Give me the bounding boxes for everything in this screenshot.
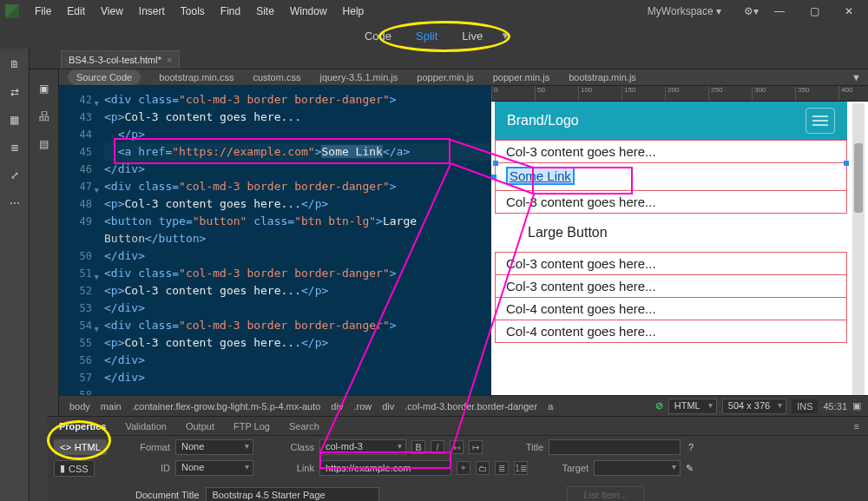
- panel-menu-icon[interactable]: ≡: [845, 419, 868, 434]
- vertical-scrollbar[interactable]: [852, 103, 865, 418]
- error-ok-icon[interactable]: ⊘: [655, 400, 663, 412]
- related-file[interactable]: popper.min.js: [488, 70, 555, 84]
- document-tab[interactable]: BS4.5-3-col-test.html* ×: [61, 50, 180, 69]
- overflow-icon[interactable]: ▣: [852, 400, 861, 412]
- split-icon[interactable]: ⇄: [8, 85, 22, 99]
- code-body[interactable]: <div class="col-md-3 border border-dange…: [101, 86, 491, 421]
- selection-handle[interactable]: [491, 175, 496, 180]
- preview-cell[interactable]: Col-3 content goes here...: [495, 252, 847, 275]
- tab-search[interactable]: Search: [280, 419, 328, 434]
- source-code-pill[interactable]: Source Code: [68, 69, 141, 85]
- filter-icon[interactable]: ▼: [852, 72, 861, 82]
- main-area: Source Code bootstrap.min.css custom.css…: [59, 69, 868, 395]
- viewport-size-dropdown[interactable]: 504 x 376: [722, 399, 786, 414]
- preview-cell[interactable]: Col-3 content goes here...: [495, 190, 847, 214]
- quick-edit-icon[interactable]: ✎: [686, 463, 694, 474]
- scrollbar-thumb[interactable]: [854, 143, 863, 213]
- design-icon[interactable]: ▦: [8, 113, 22, 127]
- view-split-button[interactable]: Split: [404, 25, 450, 47]
- hamburger-icon[interactable]: [806, 108, 835, 134]
- preview-cell-link[interactable]: Some Link: [495, 162, 847, 191]
- tag-path-seg[interactable]: div: [378, 399, 398, 413]
- code-editor-pane[interactable]: 42▼4344454647▼48495051▼525354▼5556575859…: [59, 86, 491, 421]
- expand-icon[interactable]: ⤢: [8, 168, 22, 182]
- view-code-button[interactable]: Code: [352, 25, 404, 47]
- sync-settings-icon[interactable]: ⚙▾: [744, 5, 759, 17]
- indent-left-button[interactable]: ↤: [450, 440, 464, 454]
- target-dropdown[interactable]: [594, 460, 681, 476]
- preview-cell[interactable]: Col-3 content goes here...: [495, 274, 847, 298]
- related-file[interactable]: bootstrap.min.css: [154, 70, 239, 84]
- tag-path-seg[interactable]: main: [97, 399, 125, 413]
- view-dropdown-icon[interactable]: ▼: [495, 27, 516, 44]
- assets-panel-icon[interactable]: ▤: [37, 137, 51, 151]
- format-label: Format: [132, 442, 170, 452]
- dom-panel-icon[interactable]: 品: [37, 109, 51, 123]
- link-browse-icon[interactable]: 🗀: [476, 461, 490, 475]
- file-management-icon[interactable]: 🗎: [8, 57, 22, 71]
- related-file[interactable]: popper.min.js: [411, 70, 478, 84]
- menu-view[interactable]: View: [94, 2, 130, 21]
- menu-find[interactable]: Find: [214, 2, 247, 21]
- indent-right-button[interactable]: ↦: [469, 440, 483, 454]
- selection-handle[interactable]: [493, 161, 498, 166]
- link-input[interactable]: [319, 460, 451, 476]
- class-dropdown[interactable]: col-md-3: [319, 439, 406, 455]
- related-file[interactable]: custom.css: [247, 70, 306, 84]
- properties-mode-html[interactable]: <> HTML: [54, 439, 107, 455]
- large-button[interactable]: Large Button: [526, 220, 609, 246]
- workspace-switcher[interactable]: MyWorkspace ▾: [648, 5, 721, 17]
- selected-link[interactable]: Some Link: [506, 167, 575, 185]
- related-file[interactable]: bootstrap.min.js: [563, 70, 641, 84]
- tag-path-seg[interactable]: body: [66, 399, 94, 413]
- tag-path-seg[interactable]: .col-md-3.border.border-danger: [401, 399, 541, 413]
- menu-file[interactable]: File: [28, 2, 58, 21]
- document-title-input[interactable]: [206, 487, 379, 501]
- menu-tools[interactable]: Tools: [174, 2, 212, 21]
- preview-mode-dropdown[interactable]: HTML: [668, 399, 717, 414]
- tag-path-seg[interactable]: a: [544, 399, 556, 413]
- menu-window[interactable]: Window: [283, 2, 334, 21]
- link-point-to-file-icon[interactable]: ⌖: [457, 461, 470, 475]
- window-close-button[interactable]: ✕: [835, 3, 863, 20]
- tag-path-seg[interactable]: div: [327, 399, 346, 413]
- preview-cell[interactable]: Col-4 content goes here...: [495, 297, 847, 320]
- menu-help[interactable]: Help: [336, 2, 372, 21]
- link-label: Link: [276, 463, 314, 473]
- italic-button[interactable]: I: [431, 440, 444, 454]
- list-item-button[interactable]: List Item...: [567, 486, 644, 501]
- more-icon[interactable]: ⋯: [8, 196, 22, 210]
- properties-mode-css[interactable]: ▮ CSS: [54, 460, 95, 477]
- tab-validation[interactable]: Validation: [116, 419, 175, 434]
- menu-edit[interactable]: Edit: [60, 2, 92, 21]
- preview-cell[interactable]: Large Button: [495, 213, 847, 253]
- format-dropdown[interactable]: None: [175, 439, 253, 455]
- window-maximize-button[interactable]: ▢: [800, 3, 828, 20]
- title-input[interactable]: [549, 439, 681, 455]
- menu-insert[interactable]: Insert: [132, 2, 172, 21]
- tab-properties[interactable]: Properties: [50, 419, 115, 434]
- window-minimize-button[interactable]: —: [766, 3, 793, 20]
- preview-cell[interactable]: Col-3 content goes here...: [495, 140, 847, 163]
- document-tab-row: BS4.5-3-col-test.html* ×: [0, 49, 868, 69]
- close-tab-icon[interactable]: ×: [167, 55, 172, 65]
- preview-content: Col-3 content goes here... Some Link Col…: [495, 140, 847, 343]
- help-icon[interactable]: ?: [688, 442, 694, 452]
- insert-mode-indicator[interactable]: INS: [792, 399, 818, 413]
- preview-cell[interactable]: Col-4 content goes here...: [495, 320, 847, 343]
- view-live-button[interactable]: Live: [450, 25, 495, 47]
- tab-ftplog[interactable]: FTP Log: [225, 419, 279, 434]
- list-ol-button[interactable]: 1≣: [514, 461, 528, 475]
- selection-handle[interactable]: [844, 161, 849, 166]
- tab-output[interactable]: Output: [177, 419, 223, 434]
- lines-icon[interactable]: ≣: [8, 141, 22, 155]
- files-panel-icon[interactable]: ▣: [37, 82, 51, 96]
- bold-button[interactable]: B: [411, 440, 425, 454]
- live-preview-pane[interactable]: 0501001502002503003504004505005506006507…: [491, 86, 868, 421]
- id-dropdown[interactable]: None: [175, 460, 253, 476]
- tag-path-seg[interactable]: .container.flex-grow.bg-light.m-5.p-4.mx…: [128, 399, 325, 413]
- related-file[interactable]: jquery-3.5.1.min.js: [314, 70, 403, 84]
- tag-path-seg[interactable]: .row: [350, 399, 375, 413]
- menu-site[interactable]: Site: [249, 2, 281, 21]
- list-ul-button[interactable]: ≣: [495, 461, 509, 475]
